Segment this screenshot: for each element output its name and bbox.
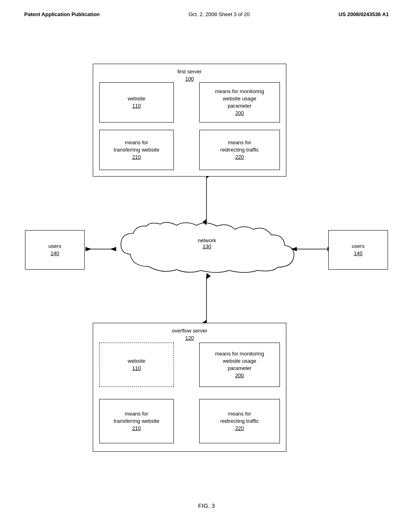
- cloud-svg: [116, 222, 298, 277]
- users-right-box: users 140: [328, 230, 388, 270]
- figure-caption: FIG. 3: [198, 502, 215, 509]
- transferring-box-bottom: means fortransferring website 210: [99, 399, 174, 443]
- monitoring-box-top: means for monitoring website usage param…: [199, 82, 280, 123]
- header-left: Patent Application Publication: [24, 11, 100, 17]
- header-center: Oct. 2, 2008 Sheet 3 of 20: [188, 11, 250, 17]
- website-box-top: website 110: [99, 82, 174, 123]
- first-server-label: first server 100: [177, 68, 202, 83]
- redirecting-box-bottom: means forredirecting traffic 220: [199, 399, 280, 443]
- network-label: network 130: [183, 237, 231, 249]
- website-box-bottom: website 110: [99, 343, 174, 387]
- monitoring-box-bottom: means for monitoring website usage param…: [199, 343, 280, 387]
- users-left-box: users 140: [25, 230, 85, 270]
- overflow-server-label: overflow server 120: [172, 327, 207, 342]
- network-cloud: network 130: [116, 222, 298, 277]
- overflow-server-box: overflow server 120 website 110 means fo…: [93, 323, 286, 452]
- page-header: Patent Application Publication Oct. 2, 2…: [0, 0, 413, 17]
- redirecting-box-top: means forredirecting traffic 220: [199, 130, 280, 170]
- diagram-area: first server 100 website 110 means for m…: [0, 25, 413, 517]
- first-server-box: first server 100 website 110 means for m…: [93, 64, 286, 177]
- header-right: US 2008/0243536 A1: [338, 11, 389, 17]
- transferring-box-top: means fortransferring website 210: [99, 130, 174, 170]
